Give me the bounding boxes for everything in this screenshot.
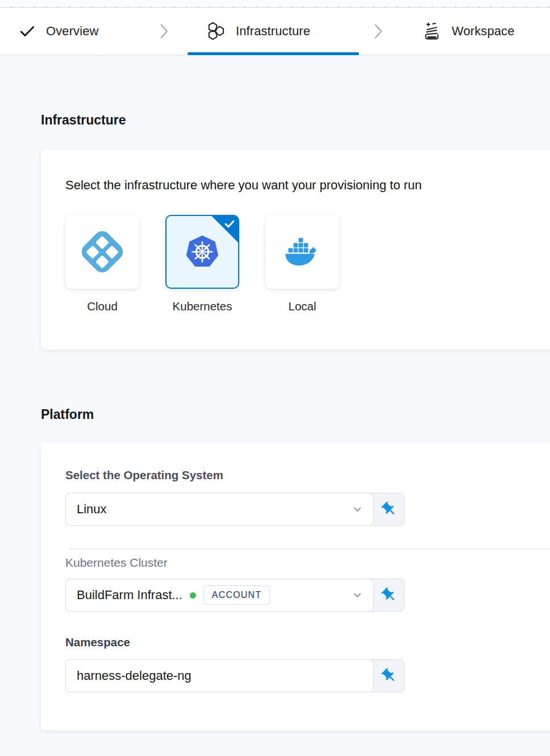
namespace-input[interactable] — [77, 668, 363, 683]
cluster-select-row: BuildFarm Infrast... ACCOUNT — [65, 579, 405, 612]
cluster-select-value: BuildFarm Infrast... — [77, 588, 182, 603]
kubernetes-tile[interactable] — [165, 215, 239, 289]
kubernetes-tile-label: Kubernetes — [173, 300, 232, 313]
connector-status-dot — [190, 592, 196, 599]
infrastructure-card: Select the infrastructure where you want… — [41, 149, 550, 350]
tab-workspace[interactable]: Workspace — [422, 21, 515, 41]
tab-infrastructure[interactable]: Infrastructure — [206, 21, 310, 41]
tab-workspace-label: Workspace — [452, 24, 515, 39]
pin-icon — [381, 501, 398, 518]
namespace-pin-button[interactable] — [374, 660, 404, 692]
cluster-pin-button[interactable] — [374, 579, 404, 611]
chevron-right-icon — [158, 22, 170, 41]
tab-infrastructure-label: Infrastructure — [236, 24, 310, 39]
cluster-select[interactable]: BuildFarm Infrast... ACCOUNT — [65, 579, 374, 612]
cloud-tile-label: Cloud — [87, 300, 118, 313]
check-icon — [18, 22, 36, 40]
active-tab-underline — [188, 52, 359, 55]
local-tile-label: Local — [288, 300, 316, 313]
platform-section-heading: Platform — [41, 406, 550, 422]
form-divider — [69, 549, 550, 549]
local-tile[interactable] — [265, 215, 339, 289]
option-kubernetes: Kubernetes — [165, 215, 239, 313]
pin-icon — [381, 667, 398, 684]
os-field-label: Select the Operating System — [65, 468, 550, 482]
tab-overview[interactable]: Overview — [18, 22, 99, 40]
namespace-field-box — [65, 659, 374, 692]
cloud-tile[interactable] — [65, 215, 139, 289]
chevron-down-icon — [352, 589, 363, 601]
infrastructure-section-heading: Infrastructure — [41, 112, 550, 128]
namespace-input-row — [65, 659, 405, 692]
pin-icon — [381, 587, 398, 604]
cloud-icon — [78, 228, 127, 276]
os-select[interactable]: Linux — [65, 493, 374, 526]
tab-overview-label: Overview — [46, 24, 99, 39]
chevron-right-icon — [372, 22, 385, 41]
option-local: Local — [265, 215, 339, 313]
selected-check-icon — [224, 220, 235, 228]
os-select-value: Linux — [77, 502, 344, 517]
chevron-down-icon — [352, 504, 363, 515]
stage-setup-content: Infrastructure Select the infrastructure… — [0, 112, 550, 730]
infrastructure-prompt: Select the infrastructure where you want… — [65, 178, 550, 193]
stage-tab-bar: Overview Infrastructure — [0, 8, 550, 55]
scope-badge: ACCOUNT — [203, 585, 270, 605]
infrastructure-options: Cloud — [65, 215, 550, 313]
os-select-row: Linux — [65, 493, 405, 526]
os-pin-button[interactable] — [374, 493, 404, 525]
namespace-field-label: Namespace — [65, 635, 550, 649]
docker-whale-icon — [285, 237, 320, 267]
option-cloud: Cloud — [65, 215, 139, 313]
hexagons-icon — [206, 21, 226, 41]
workspace-stack-icon — [422, 21, 442, 41]
platform-card: Select the Operating System Linux Kubern… — [41, 442, 550, 730]
cluster-field-label: Kubernetes Cluster — [65, 556, 550, 570]
pipeline-canvas-dots — [0, 0, 550, 8]
